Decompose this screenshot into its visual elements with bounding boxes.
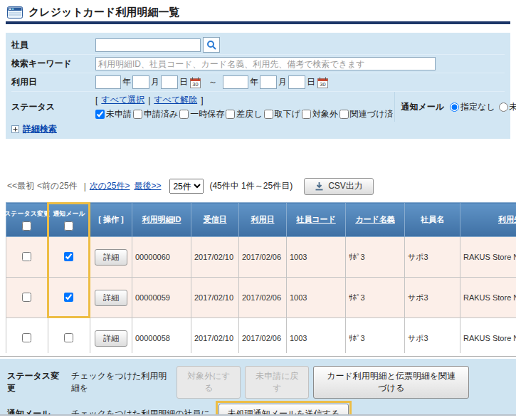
row-status-checkbox[interactable] — [22, 252, 31, 261]
date-to-month-input[interactable] — [260, 75, 277, 89]
status-row: ステータス [ すべて選択 | すべて解除 ] 未申請 申請済み 一時保存 差戻… — [11, 91, 505, 122]
notify-mail-cell — [48, 237, 90, 278]
row-detail-button[interactable]: 詳細 — [95, 330, 127, 347]
pagination-first: <<最初 — [7, 180, 34, 192]
select-all-link[interactable]: すべて選択 — [101, 94, 144, 106]
csv-export-button[interactable]: CSV出力 — [304, 178, 374, 195]
date-from-year-input[interactable] — [95, 75, 121, 89]
date-to-day-input[interactable] — [288, 75, 305, 89]
status-filter-checkbox[interactable] — [339, 110, 349, 119]
status-option: 対象外 — [302, 108, 338, 120]
employee-name-cell: サポ3 — [405, 237, 460, 278]
row-notify-checkbox[interactable] — [64, 293, 73, 302]
employee-code-cell: 1003 — [287, 318, 346, 354]
sort-employee-code-link[interactable]: 社員コード — [296, 215, 336, 224]
status-action-label: ステータス変更 — [7, 370, 67, 394]
employee-code-cell: 1003 — [287, 237, 346, 278]
sort-detail-id-link[interactable]: 利用明細ID — [142, 215, 181, 224]
usage-date-label: 利用日 — [11, 76, 95, 88]
status-filter-checkbox[interactable] — [133, 110, 142, 119]
app-icon — [7, 6, 23, 19]
plus-icon[interactable] — [11, 125, 19, 133]
column-header-card-holder: カード名義 — [346, 203, 405, 237]
row-notify-checkbox[interactable] — [64, 333, 73, 342]
calendar-button-to[interactable]: 30 — [317, 77, 328, 88]
date-to-year-input[interactable] — [223, 75, 248, 89]
bracket-close: ] — [201, 95, 203, 105]
usage-date-row: 利用日 年 月 日 30 ～ — [11, 73, 505, 91]
relate-slip-button[interactable]: カード利用明細と伝票明細を関連づける — [313, 366, 469, 399]
section-divider — [0, 356, 516, 357]
clear-all-link[interactable]: すべて解除 — [154, 94, 197, 106]
status-filter-group: [ すべて選択 | すべて解除 ] 未申請 申請済み 一時保存 差戻し 取下げ … — [95, 92, 394, 122]
row-status-checkbox[interactable] — [22, 333, 31, 342]
notify-filter-radio[interactable] — [499, 103, 508, 112]
keyword-row: 検索キーワード — [11, 54, 505, 73]
pagination-prev: <前の25件 — [37, 180, 78, 192]
year-unit-to: 年 — [250, 76, 258, 88]
operation-cell: 詳細 — [90, 318, 132, 354]
page-size-select[interactable]: 25件 — [169, 179, 204, 194]
employee-name-cell: サポ3 — [405, 318, 460, 354]
send-notify-mail-button[interactable]: 未処理通知メールを送信する — [218, 404, 349, 416]
row-detail-button[interactable]: 詳細 — [95, 290, 127, 306]
links-divider: | — [148, 95, 150, 105]
detail-id-cell: 00000059 — [132, 278, 191, 318]
usage-date-cell: 2017/02/06 — [239, 237, 287, 278]
employee-input[interactable] — [95, 38, 201, 52]
bracket-open: [ — [95, 95, 98, 105]
usage-date-cell: 2017/02/06 — [239, 278, 287, 318]
status-filter-checkbox[interactable] — [264, 110, 273, 119]
row-notify-checkbox[interactable] — [64, 252, 73, 261]
notify-filter-radio[interactable] — [450, 103, 459, 112]
row-status-checkbox[interactable] — [22, 293, 31, 302]
status-filter-checkbox[interactable] — [95, 110, 105, 119]
app-header: クレジットカード利用明細一覧 — [0, 0, 516, 21]
notify-option: 指定なし — [450, 101, 495, 113]
notify-mail-cell — [48, 318, 90, 354]
status-action-text: チェックをつけた利用明細を — [71, 370, 171, 394]
card-holder-cell: ｻﾎﾟ3 — [346, 318, 405, 354]
month-unit-from: 月 — [151, 76, 159, 88]
merchant-cell: RAKUS Store NY — [460, 237, 516, 278]
notify-select-all-checkbox[interactable] — [64, 221, 73, 231]
status-option: 関連づけ済 — [339, 108, 394, 120]
pagination-next[interactable]: 次の25件> — [90, 180, 130, 192]
date-from-month-input[interactable] — [132, 75, 149, 89]
date-from-day-input[interactable] — [161, 75, 178, 89]
detail-search-link[interactable]: 詳細検索 — [23, 123, 57, 135]
notify-action-row: 通知メール チェックをつけた利用明細の社員に 未処理通知メールを送信する — [7, 401, 509, 416]
pagination-divider: | — [84, 182, 86, 191]
keyword-input[interactable] — [95, 57, 436, 70]
status-select-all-checkbox[interactable] — [22, 221, 31, 231]
operation-cell: 詳細 — [90, 237, 132, 278]
pagination-last[interactable]: 最後>> — [134, 180, 161, 192]
status-filter-checkbox[interactable] — [226, 110, 235, 119]
status-action-row: ステータス変更 チェックをつけた利用明細を 対象外にする 未申請に戻す カード利… — [7, 366, 509, 399]
employee-field — [95, 37, 220, 53]
usage-date-cell: 2017/02/06 — [239, 318, 287, 354]
status-change-cell — [6, 318, 48, 354]
employee-search-button[interactable] — [203, 37, 220, 53]
sort-card-holder-link[interactable]: カード名義 — [355, 215, 395, 224]
notify-option: 未送信 — [499, 101, 516, 113]
sort-usage-date-link[interactable]: 利用日 — [251, 215, 275, 224]
svg-text:30: 30 — [320, 81, 325, 88]
pagination-bar: <<最初 <前の25件 | 次の25件> 最後>> 25件 (45件中 1件～2… — [7, 177, 510, 195]
sort-merchant-link[interactable]: 利用先 — [498, 215, 516, 224]
status-change-header-label: ステータス変更 — [6, 209, 50, 219]
calendar-button-from[interactable]: 30 — [190, 77, 201, 88]
column-header-operation: [ 操作 ] — [90, 203, 132, 237]
date-range-separator: ～ — [209, 76, 217, 88]
year-unit-from: 年 — [122, 76, 131, 88]
calendar-icon: 30 — [190, 77, 201, 88]
page-title: クレジットカード利用明細一覧 — [28, 6, 179, 19]
table-row: 詳細 00000060 2017/02/10 2017/02/06 1003 ｻ… — [6, 237, 516, 278]
status-filter-checkbox[interactable] — [302, 110, 311, 119]
employee-row: 社員 — [11, 36, 505, 54]
status-filter-checkbox[interactable] — [179, 110, 189, 119]
sort-received-date-link[interactable]: 受信日 — [204, 215, 227, 224]
row-detail-button[interactable]: 詳細 — [95, 249, 127, 266]
column-header-notify-mail: 通知メール — [48, 203, 90, 237]
notify-option-label: 未送信 — [510, 101, 516, 113]
